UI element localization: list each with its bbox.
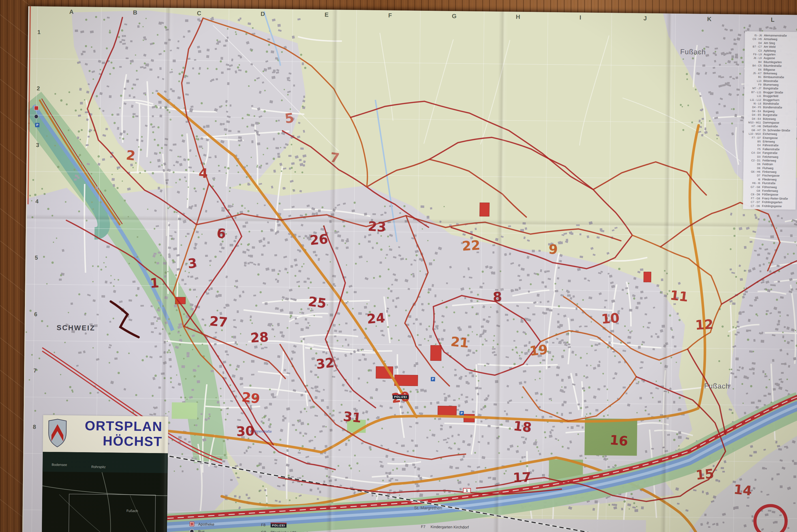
- index-street-name: Am Steg: [764, 41, 775, 45]
- polizei-badge: POLIZEI: [393, 394, 409, 399]
- grid-number: 1: [37, 29, 40, 35]
- district-number: 6: [216, 226, 226, 240]
- index-street-name: Fluhweg: [762, 166, 774, 170]
- district-number: 21: [450, 335, 470, 349]
- index-street-name: Am Weld: [764, 45, 776, 49]
- district-number: 24: [366, 311, 385, 326]
- grid-letter: I: [580, 14, 581, 21]
- district-number: 16: [609, 433, 629, 448]
- index-street-name: Bützeweg: [763, 117, 776, 121]
- legend-item: Apotheke: [190, 521, 214, 527]
- grid-letter: F: [388, 12, 392, 19]
- legend-coord: F7: [421, 524, 431, 529]
- index-street-name: Flurstraße: [762, 182, 776, 185]
- index-street-name: Birkenweg: [763, 71, 777, 75]
- index-street-name: Birnbaumstraße: [763, 75, 784, 79]
- district-number: 22: [462, 239, 480, 253]
- district-number: 2: [126, 148, 136, 162]
- index-coord: D3: [745, 154, 760, 158]
- hoechst-coat-of-arms: [47, 419, 68, 448]
- index-coord: H7 - H8: [745, 124, 761, 128]
- index-street-name: Dammgasse: [763, 120, 779, 125]
- district-number: 3: [187, 256, 197, 270]
- index-coord: E6: [746, 68, 762, 71]
- index-street-name: Fößlergasse: [762, 193, 778, 197]
- legend-label: Kindergarten Kirchdorf: [431, 525, 469, 529]
- index-street-name: Blumenweg: [763, 83, 779, 87]
- grid-number: 5: [35, 254, 38, 261]
- index-coord: D6: [745, 162, 760, 166]
- index-coord: D7: [744, 173, 760, 177]
- index-street-name: Felchenweg: [762, 155, 778, 159]
- index-coord: B1: [745, 75, 761, 79]
- index-street-name: Feldrain: [762, 163, 773, 166]
- district-number: 14: [733, 483, 753, 497]
- index-street-name: Alemannenstraße: [764, 33, 787, 37]
- index-coord: L11 - L12: [745, 98, 761, 101]
- index-coord: M10 - M11: [745, 120, 761, 125]
- legend-item: G8Pfarrkirche / Pfarrzentrum: [261, 529, 315, 532]
- inset-label: Fußach: [127, 509, 138, 513]
- district-number: 4: [198, 166, 208, 180]
- motorway-exit-sign: 1: [463, 488, 471, 493]
- index-coord: C8 - D8: [744, 192, 760, 196]
- legend-item: F7Kindergarten Kirchdorf: [421, 524, 469, 530]
- index-street-name: Franz-Reiter-Straße: [762, 196, 788, 201]
- index-coord: D4 - E4: [745, 117, 761, 120]
- district-number: 12: [695, 318, 714, 331]
- index-street-name: Augasse: [764, 56, 775, 60]
- polizei-badge: POLIZEI: [270, 522, 286, 528]
- district-number: 28: [250, 330, 269, 345]
- index-street-name: Bruggerfeld: [763, 94, 778, 98]
- index-coord: F9 - L9: [746, 52, 762, 56]
- index-coord: I6 - L6: [745, 101, 761, 106]
- index-coord: M7 - J7: [745, 86, 761, 90]
- grid-number: 2: [37, 85, 40, 92]
- legend-label: Pfarrkirche / Pfarrzentrum: [270, 530, 315, 532]
- index-coord: L13: [745, 79, 761, 83]
- grid-letter: E: [325, 11, 328, 18]
- index-row: C7 - D6Frühlingsgasse: [744, 204, 794, 208]
- index-street-name: Eisengasse: [763, 136, 778, 140]
- index-coord: G8 - H7: [745, 128, 761, 132]
- index-street-name: Burgstraße: [763, 113, 777, 117]
- legend-item: F8POLIZEI: [261, 522, 286, 528]
- grid-number: 8: [33, 424, 36, 430]
- district-number: 23: [368, 220, 386, 234]
- index-coord: B7 - C7: [746, 45, 762, 49]
- index-street-name: Felderweg: [762, 158, 776, 163]
- district-number: 1: [150, 276, 159, 290]
- index-street-name: Bitzestraße: [763, 79, 778, 83]
- district-number: 30: [236, 424, 255, 438]
- index-coord: D4 - E5: [745, 113, 761, 117]
- index-street-name: Fangstraße: [762, 151, 777, 155]
- index-coord: D4: [746, 41, 762, 45]
- index-street-name: Dr. Schneider-Straße: [763, 128, 790, 132]
- grid-letter: L: [771, 16, 774, 23]
- legend-item: Bus: [190, 529, 205, 532]
- legend-coord: F8: [261, 522, 270, 527]
- district-number: 27: [209, 315, 228, 329]
- index-coord: C7 - D7: [744, 200, 760, 204]
- district-number: 26: [309, 232, 328, 247]
- index-street-name: Burgweg: [763, 109, 775, 113]
- index-street-name: Föhrenweg: [762, 185, 777, 189]
- index-street-name: Finkenweg: [762, 170, 776, 174]
- overview-inset: BodenseeRohrspitzFußachHöchst: [42, 452, 168, 532]
- grid-number: 3: [36, 142, 39, 148]
- index-coord: F5: [745, 147, 760, 151]
- grid-letter: H: [516, 14, 520, 20]
- index-coord: E4: [745, 143, 761, 147]
- index-street-name: Bündtenstraße: [763, 106, 782, 110]
- district-number: 18: [513, 419, 532, 434]
- map-label: St. Margrethen: [414, 506, 442, 511]
- index-coord: G8: [744, 189, 760, 193]
- index-coord: B5: [745, 139, 761, 144]
- inset-label: Rohrspitz: [91, 465, 106, 469]
- district-number: 10: [601, 311, 620, 326]
- district-number: 29: [241, 390, 261, 405]
- index-coord: C4 - D4: [745, 151, 760, 155]
- index-street-name: Eichenweg: [763, 132, 777, 136]
- grid-letter: C: [197, 10, 201, 17]
- index-street-name: Apfelweg: [764, 49, 776, 53]
